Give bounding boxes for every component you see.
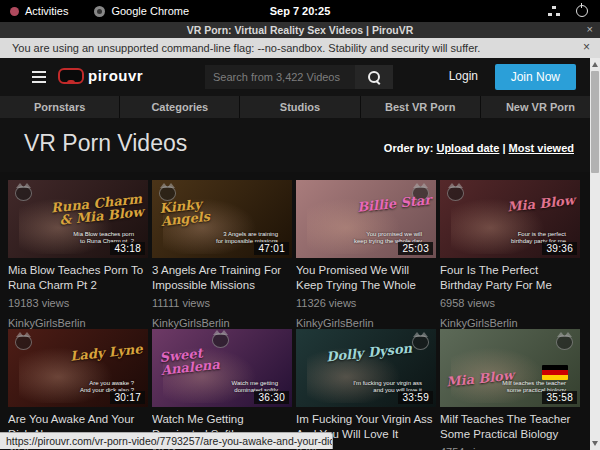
video-thumbnail[interactable]: Kinky Angels 3 Angels are trainingfor im… <box>152 180 292 258</box>
studio-cat-logo-icon <box>15 335 32 350</box>
order-by-controls: Order by: Upload date | Most viewed <box>384 142 574 154</box>
nav-item-categories[interactable]: Categories <box>119 96 239 118</box>
order-link-upload-date[interactable]: Upload date <box>436 142 499 154</box>
duration-badge: 33:59 <box>398 391 433 404</box>
video-title-link[interactable]: You Promised We Will Keep Trying The Who… <box>296 263 436 292</box>
studio-link[interactable]: KinkyGirlsBerlin <box>8 317 148 329</box>
duration-badge: 39:36 <box>542 242 577 255</box>
video-thumbnail[interactable]: Dolly Dyson I'm fucking your virgin assa… <box>296 329 436 407</box>
menu-icon[interactable] <box>32 71 46 83</box>
nav-item-pornstars[interactable]: Pornstars <box>0 96 119 118</box>
scroll-up-icon[interactable] <box>592 62 598 67</box>
studio-cat-logo-icon <box>412 335 429 350</box>
video-title-link[interactable]: Milf Teaches The Teacher Some Practical … <box>440 412 580 441</box>
thumbnail-overlay-title: Dolly Dyson <box>326 342 413 364</box>
duration-badge: 36:30 <box>254 391 289 404</box>
video-thumbnail[interactable]: Mia Blow Four is the perfectbirthday par… <box>440 180 580 258</box>
duration-badge: 25:03 <box>398 242 433 255</box>
activities-indicator-icon <box>10 7 19 16</box>
thumbnail-overlay-title: Runa Charm & Mia Blow <box>47 192 144 228</box>
german-flag-icon <box>542 365 568 380</box>
join-now-button[interactable]: Join Now <box>495 64 576 90</box>
studio-cat-logo-icon <box>447 186 464 201</box>
clock[interactable]: Sep 7 20:25 <box>0 5 600 17</box>
thumbnail-overlay-title: Sweet Analena <box>159 341 256 377</box>
duration-badge: 47:01 <box>254 242 289 255</box>
video-thumbnail[interactable]: Runa Charm & Mia Blow Mia Blow teaches p… <box>8 180 148 258</box>
video-title-link[interactable]: 3 Angels Are Training For Impossible Mis… <box>152 263 292 292</box>
order-link-most-viewed[interactable]: Most viewed <box>509 142 574 154</box>
video-thumbnail[interactable]: Lady Lyne Are you awake ?And your dick a… <box>8 329 148 407</box>
duration-badge: 35:58 <box>542 391 577 404</box>
video-card: Mia Blow Four is the perfectbirthday par… <box>440 180 580 329</box>
video-grid-row-1: Runa Charm & Mia Blow Mia Blow teaches p… <box>8 180 580 329</box>
order-separator: | <box>499 142 508 154</box>
main-nav: Pornstars Categories Studios Best VR Por… <box>0 96 600 118</box>
page-heading-row: VR Porn Videos Order by: Upload date | M… <box>0 118 600 172</box>
vr-goggles-icon <box>58 68 84 84</box>
video-card: Mia Blow Milf teaches the teachersome pr… <box>440 329 580 450</box>
studio-link[interactable]: KinkyGirlsBerlin <box>296 317 436 329</box>
chrome-icon <box>94 6 105 17</box>
scrollbar-thumb[interactable] <box>591 71 599 173</box>
video-thumbnail[interactable]: Sweet Analena Watch me gettingdominated … <box>152 329 292 407</box>
video-title-link[interactable]: Four Is The Perfect Birthday Party For M… <box>440 263 580 292</box>
vertical-scrollbar[interactable] <box>590 58 600 450</box>
desktop-top-bar: Activities Google Chrome Sep 7 20:25 <box>0 0 600 22</box>
studio-cat-logo-icon <box>15 186 32 201</box>
search-button[interactable] <box>355 65 393 89</box>
site-header: pirouvr Login Join Now <box>0 58 600 96</box>
logo-text: pirouvr <box>88 67 143 84</box>
window-title: VR Porn: Virtual Reality Sex Videos | Pi… <box>187 24 414 36</box>
studio-cat-logo-icon <box>556 335 573 350</box>
view-count: 11326 views <box>296 297 436 309</box>
status-url-tooltip: https://pirouvr.com/vr-porn-video/779325… <box>0 432 333 449</box>
view-count: 19183 views <box>8 297 148 309</box>
video-title-link[interactable]: Mia Blow Teaches Porn To Runa Charm Pt 2 <box>8 263 148 292</box>
power-icon[interactable] <box>576 5 588 17</box>
activities-button[interactable]: Activities <box>10 5 68 17</box>
video-card: Runa Charm & Mia Blow Mia Blow teaches p… <box>8 180 148 329</box>
thumbnail-overlay-title: Lady Lyne <box>70 342 144 363</box>
app-menu-label: Google Chrome <box>111 5 189 17</box>
view-count: 11111 views <box>152 297 292 309</box>
order-by-label: Order by: <box>384 142 434 154</box>
app-menu-google-chrome[interactable]: Google Chrome <box>94 5 189 17</box>
scroll-down-icon[interactable] <box>592 441 598 446</box>
duration-badge: 30:17 <box>110 391 145 404</box>
infobar-close-icon[interactable]: × <box>583 40 590 54</box>
video-thumbnail[interactable]: Mia Blow Milf teaches the teachersome pr… <box>440 329 580 407</box>
nav-item-new-vr-porn[interactable]: New VR Porn <box>480 96 600 118</box>
studio-link[interactable]: KinkyGirlsBerlin <box>440 317 580 329</box>
infobar-message: You are using an unsupported command-lin… <box>12 42 480 54</box>
chrome-infobar: You are using an unsupported command-lin… <box>0 38 600 58</box>
site-logo[interactable]: pirouvr <box>58 67 143 84</box>
video-card: Kinky Angels 3 Angels are trainingfor im… <box>152 180 292 329</box>
network-icon[interactable] <box>548 6 560 16</box>
activities-label: Activities <box>25 5 68 17</box>
page-title: VR Porn Videos <box>24 130 187 157</box>
studio-link[interactable]: KinkyGirlsBerlin <box>152 317 292 329</box>
thumbnail-overlay-title: Billie Star <box>356 193 431 214</box>
search-icon <box>368 71 380 83</box>
nav-item-best-vr-porn[interactable]: Best VR Porn <box>360 96 480 118</box>
search-input[interactable] <box>205 65 355 89</box>
login-link[interactable]: Login <box>449 69 478 83</box>
video-card: Billie Star You promised we willkeep try… <box>296 180 436 329</box>
nav-item-studios[interactable]: Studios <box>239 96 359 118</box>
browser-title-bar: VR Porn: Virtual Reality Sex Videos | Pi… <box>0 22 600 38</box>
duration-badge: 43:18 <box>110 242 145 255</box>
window-close-icon[interactable]: × <box>587 23 593 35</box>
view-count: 6958 views <box>440 297 580 309</box>
video-thumbnail[interactable]: Billie Star You promised we willkeep try… <box>296 180 436 258</box>
view-count: 4754 views <box>440 446 580 450</box>
thumbnail-overlay-title: Mia Blow <box>506 194 575 214</box>
